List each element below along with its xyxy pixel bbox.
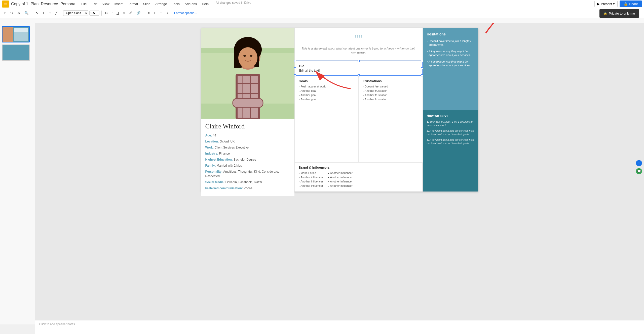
goal-text-4: Another goal [300, 98, 316, 101]
hesitation-text-1: Doesn't have time to join a lengthy prog… [429, 39, 474, 47]
slide-thumbnail-2[interactable] [2, 44, 30, 61]
work-val: Client Services Executive [215, 146, 249, 149]
brand-text-3: Another influencer [300, 180, 323, 183]
undo-button[interactable]: ↩ [2, 10, 8, 16]
right-side-icons: ✦ 💬 [636, 160, 642, 174]
present-dropdown-icon[interactable]: ▾ [613, 2, 615, 6]
menu-slide[interactable]: Slide [141, 1, 152, 7]
quote-mark: ““ [301, 33, 416, 45]
slide-thumbnail-1[interactable] [2, 26, 30, 42]
goal-text-3: Another goal [300, 93, 316, 97]
highlight-button[interactable]: 🖊 [128, 10, 134, 16]
share-label: Share [629, 2, 638, 6]
hesitation-text-3: A key reason why they might be apprehens… [429, 60, 474, 68]
hesitation-item-1: • Doesn't have time to join a lengthy pr… [427, 39, 474, 47]
menu-file[interactable]: File [79, 1, 89, 7]
private-tooltip: Private to only me [599, 9, 639, 18]
slide-middle-column: ““ This is a statement about what our id… [294, 28, 423, 192]
persona-work: Work: Client Services Executive [205, 145, 290, 150]
handle-bl[interactable] [294, 74, 296, 76]
menu-tools[interactable]: Tools [170, 1, 181, 7]
font-selector[interactable]: Open Sans [63, 10, 88, 16]
divider-4 [144, 11, 144, 16]
f-bullet-4: • [363, 98, 364, 101]
format-options-link[interactable]: Format options... [174, 11, 197, 15]
hesitations-title: Hesitations [427, 32, 474, 36]
cursor-tool[interactable]: ↖ [34, 10, 40, 16]
zoom-button[interactable]: 🔍 [23, 10, 30, 16]
goal-text-1: Feel happier at work [300, 85, 326, 88]
print-button[interactable]: 🖨 [16, 10, 22, 16]
canvas-area: Claire Winford Age: 44 Location: Oxford,… [35, 23, 644, 324]
communication-val: Phone [244, 186, 252, 190]
bio-section[interactable]: Bio Edit all the text!!! [295, 61, 423, 76]
how-text-3: A key point about how our services help … [427, 138, 474, 145]
age-label: Age: [205, 134, 212, 137]
svg-point-12 [250, 55, 252, 57]
goals-title: Goals [299, 79, 355, 83]
brand-item-7: • Another influencer [328, 180, 353, 183]
work-label: Work: [205, 146, 214, 149]
family-val: Married with 2 kids [217, 164, 242, 167]
f-bullet-2: • [363, 89, 364, 92]
bio-text[interactable]: Edit all the text!!! [299, 69, 418, 72]
bold-button[interactable]: B [104, 10, 109, 16]
ordered-list-button[interactable]: 1. [152, 10, 158, 16]
location-val: Oxford, UK [220, 140, 235, 143]
brand-item-8: • Another influencer [328, 184, 353, 187]
frustration-text-3: Another frustration [365, 93, 388, 97]
unordered-list-button[interactable]: • [159, 10, 163, 16]
persona-education: Highest Education: Bachelor Degree [205, 157, 290, 162]
hesitation-text-2: A key reason why they might be apprehens… [429, 50, 474, 57]
handle-bm[interactable] [358, 74, 360, 76]
handle-ml[interactable] [294, 67, 296, 69]
present-button[interactable]: ▶ Present ▾ [594, 1, 618, 7]
brand-text-4: Another influencer [300, 184, 323, 187]
shape-tool[interactable]: ◻ [47, 10, 53, 16]
redo-button[interactable]: ↪ [9, 10, 15, 16]
italic-button[interactable]: I [110, 10, 114, 16]
education-label: Highest Education: [205, 158, 233, 161]
menu-bar: Copy of 1_Plan_Resource_Persona File Edi… [0, 0, 644, 8]
brand-col2: • Another influencer • Another influence… [328, 171, 353, 188]
present-icon: ▶ [597, 2, 600, 6]
personality-label: Personality: [205, 170, 223, 173]
speaker-notes-placeholder[interactable]: Click to add speaker notes [39, 322, 75, 326]
menu-insert[interactable]: Insert [112, 1, 125, 7]
brand-title: Brand & Influencers [299, 166, 418, 169]
top-right-controls: ▶ Present ▾ 🔒 Share Private to only me [594, 1, 642, 7]
handle-tr[interactable] [421, 60, 423, 62]
slide-left-column: Claire Winford Age: 44 Location: Oxford,… [201, 28, 294, 192]
underline-button[interactable]: U [115, 10, 120, 16]
quote-text: This is a statement about what our ideal… [301, 46, 416, 55]
bio-title: Bio [299, 64, 418, 68]
menu-arrange[interactable]: Arrange [153, 1, 169, 7]
align-button[interactable]: ≡ [146, 10, 151, 16]
menu-format[interactable]: Format [126, 1, 140, 7]
education-val: Bachelor Degree [234, 158, 256, 161]
explore-icon[interactable]: ✦ [636, 160, 642, 166]
menu-view[interactable]: View [100, 1, 111, 7]
brand-col1: • Marie Forleo • Another influencer • An… [299, 171, 323, 188]
bullet-3: • [299, 94, 300, 97]
frustrations-column: Frustrations • Doesn't feel valued • Ano… [359, 76, 423, 162]
handle-tl[interactable] [294, 60, 296, 62]
menu-addons[interactable]: Add-ons [183, 1, 199, 7]
handle-br[interactable] [421, 74, 423, 76]
font-color-button[interactable]: A [121, 10, 127, 16]
indent-button[interactable]: ⇥ [164, 10, 170, 16]
line-tool[interactable]: ╱ [54, 10, 59, 16]
speaker-notes[interactable]: Click to add speaker notes [35, 320, 644, 334]
share-button[interactable]: 🔒 Share [620, 1, 642, 7]
comment-icon[interactable]: 💬 [636, 168, 642, 174]
brand-section: Brand & Influencers • Marie Forleo • Ano… [295, 162, 423, 192]
font-size-input[interactable] [89, 11, 99, 16]
goal-item-3: • Another goal [299, 93, 355, 97]
handle-mr[interactable] [421, 67, 423, 69]
handle-tm[interactable] [358, 60, 360, 62]
menu-help[interactable]: Help [200, 1, 211, 7]
link-button[interactable]: 🔗 [135, 10, 142, 16]
industry-label: Industry: [205, 152, 218, 155]
text-tool[interactable]: T [41, 10, 46, 16]
menu-edit[interactable]: Edit [90, 1, 99, 7]
